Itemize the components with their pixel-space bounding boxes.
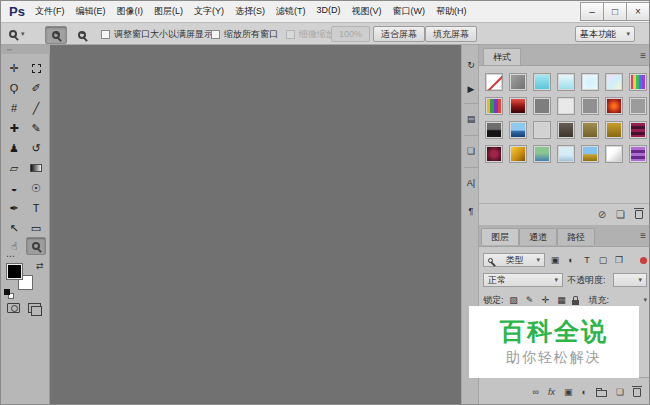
style-swatch[interactable]	[509, 97, 527, 115]
style-swatch[interactable]	[629, 121, 647, 139]
menu-3d[interactable]: 3D(D)	[316, 5, 340, 18]
new-style-icon[interactable]: ❏	[616, 209, 625, 220]
zoom-in-button[interactable]: +	[45, 26, 67, 44]
filter-type-icon[interactable]: T	[581, 255, 593, 265]
tab-paths[interactable]: 路径	[557, 228, 595, 245]
layer-style-icon[interactable]: fx	[548, 387, 555, 397]
filter-smart-object-icon[interactable]: ❐	[613, 255, 625, 265]
style-swatch-default[interactable]	[485, 73, 503, 91]
filter-shape-icon[interactable]: ▢	[597, 255, 609, 265]
brush-tool[interactable]: ✎	[26, 119, 46, 137]
delete-layer-icon[interactable]	[633, 388, 641, 397]
actions-panel-icon[interactable]: ▶	[462, 81, 480, 97]
zoom-tool[interactable]	[26, 237, 46, 255]
style-swatch[interactable]	[605, 145, 623, 163]
close-button[interactable]: ×	[626, 2, 650, 21]
zoom-tool-preset[interactable]: ▾	[9, 23, 25, 45]
pen-tool[interactable]: ✒	[4, 199, 24, 217]
lock-all-icon[interactable]	[572, 300, 579, 305]
blur-tool[interactable]: ◒	[4, 179, 24, 197]
style-swatch[interactable]	[509, 73, 527, 91]
fit-screen-button[interactable]: 适合屏幕	[373, 26, 425, 42]
style-swatch[interactable]	[557, 97, 575, 115]
layer-comps-panel-icon[interactable]: ▤	[462, 111, 480, 127]
style-swatch[interactable]	[485, 121, 503, 139]
quick-selection-tool[interactable]: ✐	[26, 79, 46, 97]
shape-tool[interactable]: ▭	[26, 219, 46, 237]
zoom-all-windows-label[interactable]: 缩放所有窗口	[224, 28, 278, 41]
zoom-all-windows-checkbox[interactable]	[211, 30, 220, 39]
minimize-button[interactable]: –	[580, 2, 604, 21]
adjustment-layer-icon[interactable]: ◐	[581, 387, 586, 397]
style-swatch[interactable]	[557, 73, 575, 91]
style-swatch[interactable]	[557, 121, 575, 139]
style-swatch[interactable]	[629, 145, 647, 163]
resize-windows-checkbox[interactable]	[101, 30, 110, 39]
menu-filter[interactable]: 滤镜(T)	[276, 5, 306, 18]
quick-mask-icon[interactable]	[7, 303, 20, 313]
lock-transparency-icon[interactable]: ▨	[508, 295, 520, 305]
menu-select[interactable]: 选择(S)	[235, 5, 265, 18]
style-swatch[interactable]	[485, 145, 503, 163]
zoom-out-button[interactable]: −	[71, 26, 93, 44]
clone-stamp-tool[interactable]: ♟	[4, 139, 24, 157]
menu-type[interactable]: 文字(Y)	[194, 5, 224, 18]
tab-layers[interactable]: 图层	[481, 228, 519, 245]
style-swatch[interactable]	[581, 97, 599, 115]
menu-image[interactable]: 图像(I)	[116, 5, 143, 18]
style-swatch[interactable]	[509, 145, 527, 163]
style-swatch[interactable]	[509, 121, 527, 139]
panel-menu-icon[interactable]: ≡	[640, 51, 646, 61]
tab-channels[interactable]: 通道	[519, 228, 557, 245]
style-swatch[interactable]	[533, 73, 551, 91]
resize-windows-label[interactable]: 调整窗口大小以满屏显示	[114, 28, 213, 41]
filter-pixel-icon[interactable]: ▣	[549, 255, 561, 265]
blend-mode-select[interactable]: 正常 ▾	[483, 273, 563, 287]
clone-source-panel-icon[interactable]: ❏	[462, 143, 480, 159]
swap-colors-icon[interactable]: ⇄	[36, 261, 44, 271]
style-swatch[interactable]	[533, 145, 551, 163]
style-swatch[interactable]	[485, 97, 503, 115]
menu-edit[interactable]: 编辑(E)	[75, 5, 105, 18]
link-layers-icon[interactable]: ∞	[533, 387, 539, 397]
workspace-select[interactable]: 基本功能 ▾	[575, 26, 635, 42]
menu-file[interactable]: 文件(F)	[35, 5, 65, 18]
foreground-color-swatch[interactable]	[7, 264, 22, 279]
style-swatch[interactable]	[533, 97, 551, 115]
filter-toggle-icon[interactable]	[640, 257, 647, 264]
fill-screen-button[interactable]: 填充屏幕	[425, 26, 477, 42]
menu-help[interactable]: 帮助(H)	[436, 5, 467, 18]
lock-artboard-icon[interactable]: ▦	[556, 295, 568, 305]
layer-mask-icon[interactable]: ▣	[564, 387, 573, 397]
default-colors-icon[interactable]	[4, 289, 15, 300]
lock-paint-icon[interactable]: ✎	[524, 295, 536, 305]
style-swatch[interactable]	[605, 73, 623, 91]
history-panel-icon[interactable]: ↻	[462, 57, 480, 73]
rect-marquee-tool[interactable]	[26, 59, 46, 77]
tab-styles[interactable]: 样式	[483, 48, 521, 65]
menu-view[interactable]: 视图(V)	[351, 5, 381, 18]
style-swatch[interactable]	[581, 145, 599, 163]
character-panel-icon[interactable]: A|	[462, 175, 480, 191]
dodge-tool[interactable]: ☉	[26, 179, 46, 197]
clear-style-icon[interactable]: ⊘	[598, 209, 606, 220]
style-swatch[interactable]	[557, 145, 575, 163]
filter-adjustment-icon[interactable]: ◐	[565, 255, 577, 265]
delete-style-icon[interactable]	[635, 210, 643, 219]
eraser-tool[interactable]: ▱	[4, 159, 24, 177]
eyedropper-tool[interactable]: ╱	[26, 99, 46, 117]
style-swatch[interactable]	[533, 121, 551, 139]
menu-layer[interactable]: 图层(L)	[154, 5, 183, 18]
style-swatch[interactable]	[581, 121, 599, 139]
path-selection-tool[interactable]: ↖	[4, 219, 24, 237]
palette-collapse-handle[interactable]: ↔	[1, 45, 50, 54]
healing-brush-tool[interactable]: ✚	[4, 119, 24, 137]
layer-filter-select[interactable]: 类型 ▾	[483, 253, 545, 267]
style-swatch[interactable]	[605, 121, 623, 139]
more-tools-dots[interactable]: ⋯	[6, 251, 16, 261]
panel-menu-icon[interactable]: ≡	[640, 231, 646, 241]
history-brush-tool[interactable]: ↺	[26, 139, 46, 157]
new-group-icon[interactable]	[596, 390, 607, 397]
style-swatch[interactable]	[581, 73, 599, 91]
style-swatch[interactable]	[605, 97, 623, 115]
